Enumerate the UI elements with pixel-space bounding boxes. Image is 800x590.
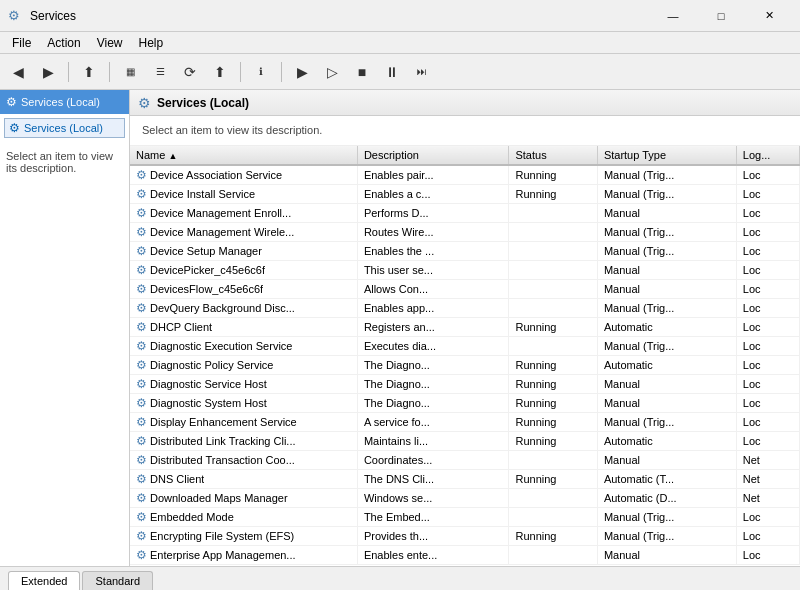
service-desc-cell: Windows se...: [357, 489, 509, 508]
service-status-cell: Running: [509, 356, 597, 375]
main-container: ⚙ Services (Local) ⚙ Services (Local) Se…: [0, 90, 800, 566]
list-view-button[interactable]: ☰: [146, 58, 174, 86]
table-row[interactable]: ⚙Device Management Enroll...Performs D..…: [130, 204, 800, 223]
service-icon: ⚙: [136, 225, 147, 239]
properties-button[interactable]: ℹ: [247, 58, 275, 86]
service-desc-cell: Enables the ...: [357, 242, 509, 261]
service-status-cell: [509, 299, 597, 318]
toolbar: ◀ ▶ ⬆ ▦ ☰ ⟳ ⬆ ℹ ▶ ▷ ■ ⏸ ⏭: [0, 54, 800, 90]
table-row[interactable]: ⚙Encrypting File System (EFS)Provides th…: [130, 527, 800, 546]
services-local-icon: ⚙: [9, 121, 20, 135]
table-row[interactable]: ⚙Diagnostic Policy ServiceThe Diagno...R…: [130, 356, 800, 375]
services-local-label: Services (Local): [24, 122, 103, 134]
menu-view[interactable]: View: [89, 34, 131, 52]
table-row[interactable]: ⚙DevicesFlow_c45e6c6fAllows Con...Manual…: [130, 280, 800, 299]
table-row[interactable]: ⚙Device Management Wirele...Routes Wire.…: [130, 223, 800, 242]
table-row[interactable]: ⚙Device Install ServiceEnables a c...Run…: [130, 185, 800, 204]
services-local-item[interactable]: ⚙ Services (Local): [4, 118, 125, 138]
table-row[interactable]: ⚙Distributed Link Tracking Cli...Maintai…: [130, 432, 800, 451]
service-icon: ⚙: [136, 548, 147, 562]
menu-file[interactable]: File: [4, 34, 39, 52]
minimize-button[interactable]: —: [650, 0, 696, 32]
service-icon: ⚙: [136, 301, 147, 315]
start-service2-button[interactable]: ▷: [318, 58, 346, 86]
pause-service-button[interactable]: ⏸: [378, 58, 406, 86]
service-desc-cell: Performs D...: [357, 204, 509, 223]
service-logon-cell: Loc: [736, 527, 799, 546]
refresh-button[interactable]: ⟳: [176, 58, 204, 86]
service-desc-cell: This user se...: [357, 261, 509, 280]
service-logon-cell: Loc: [736, 185, 799, 204]
service-status-cell: Running: [509, 318, 597, 337]
tab-standard[interactable]: Standard: [82, 571, 153, 590]
back-button[interactable]: ◀: [4, 58, 32, 86]
export-button[interactable]: ⬆: [206, 58, 234, 86]
table-row[interactable]: ⚙Device Setup ManagerEnables the ...Manu…: [130, 242, 800, 261]
toolbar-sep-4: [281, 62, 282, 82]
title-bar: ⚙ Services — □ ✕: [0, 0, 800, 32]
menu-help[interactable]: Help: [131, 34, 172, 52]
col-header-startup[interactable]: Startup Type: [597, 146, 736, 165]
service-status-cell: [509, 242, 597, 261]
table-row[interactable]: ⚙Diagnostic Service HostThe Diagno...Run…: [130, 375, 800, 394]
description-area: Select an item to view its description.: [130, 116, 800, 146]
service-status-cell: Running: [509, 527, 597, 546]
left-panel-content: ⚙ Services (Local): [0, 114, 129, 142]
service-logon-cell: Loc: [736, 394, 799, 413]
left-panel: ⚙ Services (Local) ⚙ Services (Local) Se…: [0, 90, 130, 566]
service-icon: ⚙: [136, 415, 147, 429]
table-row[interactable]: ⚙DevQuery Background Disc...Enables app.…: [130, 299, 800, 318]
service-desc-cell: Coordinates...: [357, 451, 509, 470]
service-status-cell: [509, 489, 597, 508]
service-status-cell: Running: [509, 413, 597, 432]
service-logon-cell: Loc: [736, 337, 799, 356]
show-hide-button[interactable]: ▦: [116, 58, 144, 86]
table-row[interactable]: ⚙DHCP ClientRegisters an...RunningAutoma…: [130, 318, 800, 337]
service-icon: ⚙: [136, 320, 147, 334]
services-table-container[interactable]: Name ▲ Description Status Startup Type L…: [130, 146, 800, 566]
close-button[interactable]: ✕: [746, 0, 792, 32]
service-logon-cell: Loc: [736, 242, 799, 261]
table-row[interactable]: ⚙Diagnostic Execution ServiceExecutes di…: [130, 337, 800, 356]
service-status-cell: [509, 204, 597, 223]
maximize-button[interactable]: □: [698, 0, 744, 32]
start-service-button[interactable]: ▶: [288, 58, 316, 86]
table-row[interactable]: ⚙Diagnostic System HostThe Diagno...Runn…: [130, 394, 800, 413]
service-logon-cell: Net: [736, 470, 799, 489]
stop-service-button[interactable]: ■: [348, 58, 376, 86]
table-row[interactable]: ⚙Distributed Transaction Coo...Coordinat…: [130, 451, 800, 470]
service-name: Encrypting File System (EFS): [150, 530, 294, 542]
table-row[interactable]: ⚙Embedded ModeThe Embed...Manual (Trig..…: [130, 508, 800, 527]
table-row[interactable]: ⚙Device Association ServiceEnables pair.…: [130, 165, 800, 185]
service-logon-cell: Loc: [736, 165, 799, 185]
service-status-cell: [509, 508, 597, 527]
table-row[interactable]: ⚙DNS ClientThe DNS Cli...RunningAutomati…: [130, 470, 800, 489]
service-name-cell: ⚙Diagnostic System Host: [130, 394, 357, 413]
resume-service-button[interactable]: ⏭: [408, 58, 436, 86]
service-icon: ⚙: [136, 377, 147, 391]
col-header-logon[interactable]: Log...: [736, 146, 799, 165]
up-button[interactable]: ⬆: [75, 58, 103, 86]
tab-extended[interactable]: Extended: [8, 571, 80, 590]
table-row[interactable]: ⚙Downloaded Maps ManagerWindows se...Aut…: [130, 489, 800, 508]
table-row[interactable]: ⚙Enterprise App Managemen...Enables ente…: [130, 546, 800, 565]
menu-action[interactable]: Action: [39, 34, 88, 52]
table-row[interactable]: ⚙DevicePicker_c45e6c6fThis user se...Man…: [130, 261, 800, 280]
left-panel-title: Services (Local): [21, 96, 100, 108]
service-name: Device Management Enroll...: [150, 207, 291, 219]
service-name-cell: ⚙Diagnostic Execution Service: [130, 337, 357, 356]
forward-button[interactable]: ▶: [34, 58, 62, 86]
service-name: Enterprise App Managemen...: [150, 549, 296, 561]
app-icon: ⚙: [8, 8, 24, 24]
col-header-description[interactable]: Description: [357, 146, 509, 165]
service-logon-cell: Net: [736, 451, 799, 470]
col-header-name[interactable]: Name ▲: [130, 146, 357, 165]
service-name-cell: ⚙DHCP Client: [130, 318, 357, 337]
service-name-cell: ⚙Distributed Link Tracking Cli...: [130, 432, 357, 451]
service-name-cell: ⚙Enterprise App Managemen...: [130, 546, 357, 565]
table-row[interactable]: ⚙Display Enhancement ServiceA service fo…: [130, 413, 800, 432]
service-startup-cell: Manual (Trig...: [597, 508, 736, 527]
service-desc-cell: Provides th...: [357, 527, 509, 546]
service-icon: ⚙: [136, 529, 147, 543]
col-header-status[interactable]: Status: [509, 146, 597, 165]
